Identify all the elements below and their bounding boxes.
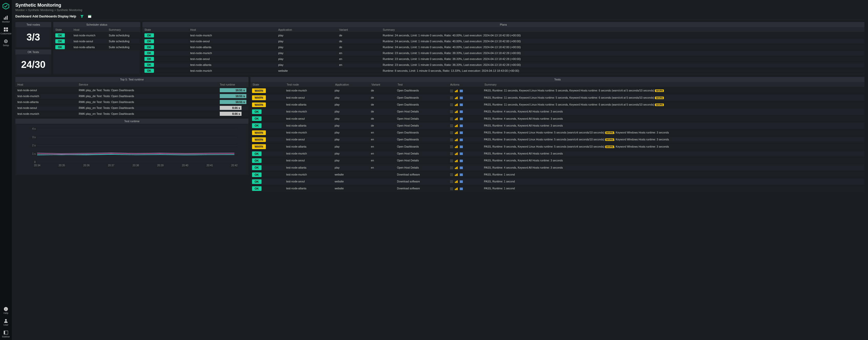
- col-header[interactable]: Summary: [381, 27, 864, 33]
- table-row[interactable]: WARN test-node-munich play de Open Dashb…: [250, 87, 864, 94]
- table-row[interactable]: OK test-node-seoul play en Runtime: 23 s…: [143, 56, 864, 62]
- table-row[interactable]: WARN test-node-atlanta play de Open Dash…: [250, 101, 864, 108]
- inventory-icon[interactable]: [460, 166, 463, 169]
- table-row[interactable]: OK test-node-seoul Suite scheduling: [53, 38, 141, 44]
- graph-icon[interactable]: [455, 131, 458, 134]
- menu-icon[interactable]: [450, 173, 453, 176]
- menu-icon[interactable]: [450, 159, 453, 162]
- inventory-icon[interactable]: [460, 96, 463, 99]
- col-header[interactable]: State: [53, 27, 71, 33]
- col-header[interactable]: Test node: [284, 82, 333, 87]
- graph-icon[interactable]: [455, 124, 458, 127]
- breadcrumb[interactable]: Monitor > Synthetic Monitoring > Synthet…: [16, 8, 864, 11]
- table-row[interactable]: OK test-node-munich website Download sof…: [250, 171, 864, 178]
- col-header[interactable]: Application: [333, 82, 369, 87]
- inventory-icon[interactable]: [460, 131, 463, 134]
- table-row[interactable]: test-node-munich RMK play_en Test: Tests…: [16, 111, 248, 117]
- table-row[interactable]: OK test-node-atlanta website Download so…: [250, 185, 864, 192]
- inventory-icon[interactable]: [460, 103, 463, 106]
- menu-icon[interactable]: [450, 138, 453, 142]
- menu-icon[interactable]: [450, 103, 453, 106]
- graph-icon[interactable]: [455, 103, 458, 106]
- table-row[interactable]: OK test-node-atlanta play de Open Host D…: [250, 122, 864, 129]
- table-row[interactable]: OK test-node-atlanta play en Open Host D…: [250, 164, 864, 171]
- table-row[interactable]: OK test-node-munich play de Runtime: 24 …: [143, 33, 864, 38]
- table-row[interactable]: OK test-node-munich website Runtime: 8 s…: [143, 68, 864, 74]
- inventory-icon[interactable]: [460, 89, 463, 92]
- table-row[interactable]: test-node-seoul RMK play_de Test: Tests:…: [16, 87, 248, 93]
- inventory-icon[interactable]: [460, 152, 463, 155]
- menu-icon[interactable]: [450, 187, 453, 190]
- table-row[interactable]: WARN test-node-seoul play en Open Dashbo…: [250, 136, 864, 143]
- graph-icon[interactable]: [455, 187, 458, 190]
- table-row[interactable]: test-node-seoul RMK play_en Test: Tests:…: [16, 105, 248, 111]
- menu-icon[interactable]: [450, 89, 453, 92]
- graph-icon[interactable]: [455, 166, 458, 169]
- inventory-icon[interactable]: [460, 180, 463, 183]
- table-row[interactable]: WARN test-node-seoul play de Open Dashbo…: [250, 94, 864, 101]
- col-header[interactable]: Host: [71, 27, 106, 33]
- col-header[interactable]: Application: [276, 27, 337, 33]
- table-row[interactable]: WARN test-node-munich play en Open Dashb…: [250, 129, 864, 136]
- inventory-icon[interactable]: [460, 110, 463, 113]
- calendar-icon[interactable]: [88, 14, 91, 18]
- graph-icon[interactable]: [455, 152, 458, 155]
- table-row[interactable]: OK test-node-atlanta Suite scheduling: [53, 44, 141, 50]
- table-row[interactable]: OK test-node-atlanta play de Runtime: 24…: [143, 44, 864, 50]
- table-row[interactable]: OK test-node-seoul website Download soft…: [250, 178, 864, 185]
- table-row[interactable]: OK test-node-seoul play de Runtime: 24 s…: [143, 38, 864, 44]
- inventory-icon[interactable]: [460, 187, 463, 190]
- inventory-icon[interactable]: [460, 124, 463, 127]
- menu-icon[interactable]: [450, 110, 453, 113]
- graph-icon[interactable]: [455, 138, 458, 142]
- toolbar-display[interactable]: Display: [58, 14, 69, 18]
- toolbar-add[interactable]: Add: [32, 14, 38, 18]
- logo-icon[interactable]: [2, 2, 10, 10]
- menu-icon[interactable]: [450, 180, 453, 183]
- col-header[interactable]: Test: [396, 82, 448, 87]
- graph-icon[interactable]: [455, 96, 458, 99]
- toolbar-dashboard[interactable]: Dashboard: [16, 14, 31, 18]
- table-row[interactable]: OK test-node-munich play en Runtime: 23 …: [143, 50, 864, 56]
- graph-icon[interactable]: [455, 180, 458, 183]
- sidebar-item-sidebar[interactable]: Sidebar: [2, 328, 10, 340]
- col-header[interactable]: State: [143, 27, 188, 33]
- table-row[interactable]: WARN test-node-atlanta play en Open Dash…: [250, 143, 864, 150]
- inventory-icon[interactable]: [460, 117, 463, 120]
- table-row[interactable]: OK test-node-munich play de Open Host De…: [250, 108, 864, 115]
- col-header[interactable]: Summary: [107, 27, 141, 33]
- sidebar-item-setup[interactable]: Setup: [1, 37, 11, 49]
- menu-icon[interactable]: [450, 166, 453, 169]
- col-header[interactable]: Variant: [369, 82, 396, 87]
- col-header[interactable]: Service: [77, 82, 218, 87]
- menu-icon[interactable]: [450, 131, 453, 134]
- inventory-icon[interactable]: [460, 173, 463, 176]
- inventory-icon[interactable]: [460, 145, 463, 148]
- col-header[interactable]: Host: [188, 27, 276, 33]
- menu-icon[interactable]: [450, 117, 453, 120]
- table-row[interactable]: test-node-munich RMK play_de Test: Tests…: [16, 93, 248, 99]
- table-row[interactable]: test-node-atlanta RMK play_de Test: Test…: [16, 99, 248, 105]
- table-row[interactable]: OK test-node-seoul play de Open Host Det…: [250, 115, 864, 122]
- menu-icon[interactable]: [450, 152, 453, 155]
- table-row[interactable]: OK test-node-munich Suite scheduling: [53, 33, 141, 38]
- col-header[interactable]: Summary: [482, 82, 864, 87]
- sidebar-item-customize[interactable]: Customize: [1, 25, 11, 37]
- menu-icon[interactable]: [450, 96, 453, 99]
- menu-icon[interactable]: [450, 145, 453, 148]
- graph-icon[interactable]: [455, 159, 458, 162]
- table-row[interactable]: OK test-node-atlanta play en Runtime: 23…: [143, 62, 864, 68]
- toolbar-help[interactable]: Help: [69, 14, 76, 18]
- sidebar-item-help[interactable]: iHelp: [2, 305, 10, 316]
- inventory-icon[interactable]: [460, 138, 463, 142]
- filter-icon[interactable]: [80, 14, 84, 18]
- sidebar-item-user[interactable]: User: [2, 316, 10, 328]
- graph-icon[interactable]: [455, 173, 458, 176]
- graph-icon[interactable]: [455, 110, 458, 113]
- toolbar-dashboards[interactable]: Dashboards: [39, 14, 57, 18]
- col-header[interactable]: Test runtime: [218, 82, 248, 87]
- menu-icon[interactable]: [450, 124, 453, 127]
- col-header[interactable]: State: [250, 82, 284, 87]
- inventory-icon[interactable]: [460, 159, 463, 162]
- col-header[interactable]: Host: [16, 82, 77, 87]
